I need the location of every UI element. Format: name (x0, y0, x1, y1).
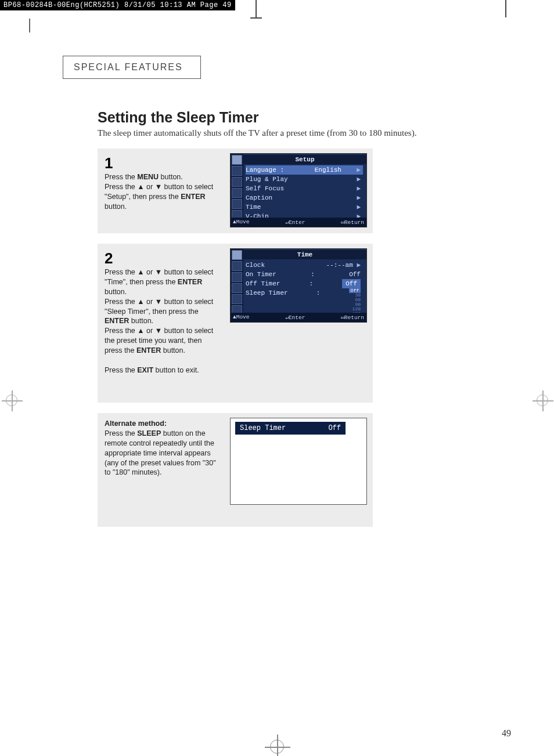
label: Clock (246, 261, 265, 270)
footer-enter: ↵Enter (285, 314, 305, 321)
arrow-right-icon: ▶ (357, 262, 361, 269)
osd-body: Clock--:--am ▶ On Timer:Off Off Timer:Of… (246, 261, 363, 313)
osd-title: Time (243, 250, 366, 259)
section-tab: SPECIAL FEATURES (63, 56, 201, 79)
text: Press the (105, 366, 137, 374)
footer-move: ▲Move (233, 219, 250, 226)
osd-tab-icon (232, 177, 242, 187)
sleep-timer-box: Sleep Timer Off (230, 418, 367, 505)
page-number: 49 (502, 728, 511, 739)
registration-mark-icon (6, 395, 17, 406)
label: Language : (246, 165, 284, 175)
label: Plug & Play (246, 175, 288, 184)
label: Self Focus (246, 184, 284, 193)
osd-body: Language : English ▶ Plug & Play▶ Self F… (246, 165, 363, 218)
footer-return: ▭Return (341, 314, 364, 321)
crop-mark (505, 0, 506, 17)
colon: : (310, 279, 314, 288)
osd-tab-icon (232, 250, 242, 260)
bold: ENTER (181, 193, 205, 201)
text: button. (161, 346, 185, 355)
osd-row-offtimer: Off Timer:Off (246, 279, 363, 288)
text: button. (105, 202, 127, 211)
registration-mark-icon (537, 395, 548, 406)
page-title: Setting the Sleep Timer (98, 109, 258, 126)
osd-tab-icon (232, 199, 242, 209)
label: Off Timer (246, 279, 280, 288)
label: Caption (246, 193, 272, 202)
osd-tab-icon (232, 261, 242, 271)
sleep-value: Off (328, 424, 341, 432)
step-2-block: 2 Press the ▲ or ▼ button to select "Tim… (98, 244, 373, 403)
print-header-bar: BP68-00284B-00Eng(HCR5251) 8/31/05 10:13… (0, 0, 235, 10)
text: button. (129, 317, 153, 325)
osd-tab-icon (232, 294, 242, 304)
alternate-heading: Alternate method: (105, 419, 167, 428)
text: button. (159, 173, 183, 181)
osd-tab-icon (232, 283, 242, 293)
arrow-right-icon: ▶ (353, 165, 361, 175)
step-1-block: 1 Press the MENU button. Press the ▲ or … (98, 149, 373, 233)
osd-tab-icon (232, 166, 242, 176)
bold: ENTER (136, 346, 161, 355)
osd-tab-icon (232, 272, 242, 282)
osd-row: Time▶ (246, 202, 363, 212)
bold: ENTER (178, 278, 202, 286)
value: --:--am (326, 262, 353, 269)
label: On Timer (246, 270, 276, 279)
sleep-label: Sleep Timer (240, 424, 286, 432)
crop-mark (29, 19, 30, 32)
crop-mark (256, 0, 257, 17)
text: Press the (105, 173, 137, 181)
bold: EXIT (137, 366, 153, 374)
osd-tab-icon (232, 188, 242, 198)
footer-move: ▲Move (233, 314, 250, 321)
text: Press the (105, 429, 137, 437)
text: button. (105, 288, 127, 296)
alternate-text: Alternate method: Press the SLEEP button… (105, 419, 221, 478)
text: button to exit. (153, 366, 199, 374)
sleep-timer-bar: Sleep Timer Off (235, 422, 346, 435)
value: Off (349, 270, 361, 279)
registration-mark-icon (270, 740, 284, 754)
colon: : (311, 270, 315, 279)
step-1-text: Press the MENU button. Press the ▲ or ▼ … (105, 172, 221, 212)
text: Press the ▲ or ▼ button to select "Sleep… (105, 298, 213, 316)
value: English (315, 165, 341, 175)
footer-enter: ↵Enter (285, 219, 305, 226)
osd-tab-icon (232, 155, 242, 165)
osd-row-clock: Clock--:--am ▶ (246, 261, 363, 270)
value-highlight: Off (342, 279, 361, 288)
osd-row: Caption▶ (246, 193, 363, 202)
step-2-text: Press the ▲ or ▼ button to select "Time"… (105, 267, 221, 375)
intro-text: The sleep timer automatically shuts off … (98, 128, 416, 138)
osd-time-panel: TV Time Clock--:--am ▶ On Timer:Off Off … (230, 248, 367, 323)
colon: : (316, 288, 321, 298)
osd-row: Self Focus▶ (246, 184, 363, 193)
osd-title: Setup (243, 155, 366, 164)
footer-return: ▭Return (341, 219, 364, 226)
alternate-method-block: Alternate method: Press the SLEEP button… (98, 413, 373, 527)
osd-footer: ▲Move ↵Enter ▭Return (231, 218, 366, 227)
bold: ENTER (105, 317, 129, 325)
bold: SLEEP (137, 429, 161, 437)
arrow-right-icon: ▶ (357, 193, 361, 202)
osd-tab-column (231, 249, 243, 314)
arrow-right-icon: ▶ (357, 184, 361, 193)
bold: MENU (137, 173, 159, 181)
osd-row: Plug & Play▶ (246, 175, 363, 184)
osd-tab-column (231, 154, 243, 219)
arrow-right-icon: ▶ (357, 175, 361, 184)
osd-setup-panel: TV Setup Language : English ▶ Plug & Pla… (230, 153, 367, 227)
osd-footer: ▲Move ↵Enter ▭Return (231, 313, 366, 322)
osd-row-ontimer: On Timer:Off (246, 270, 363, 279)
arrow-right-icon: ▶ (357, 202, 361, 212)
osd-row-language: Language : English ▶ (246, 165, 363, 175)
label: Time (246, 202, 261, 212)
label: Sleep Timer (246, 288, 288, 298)
